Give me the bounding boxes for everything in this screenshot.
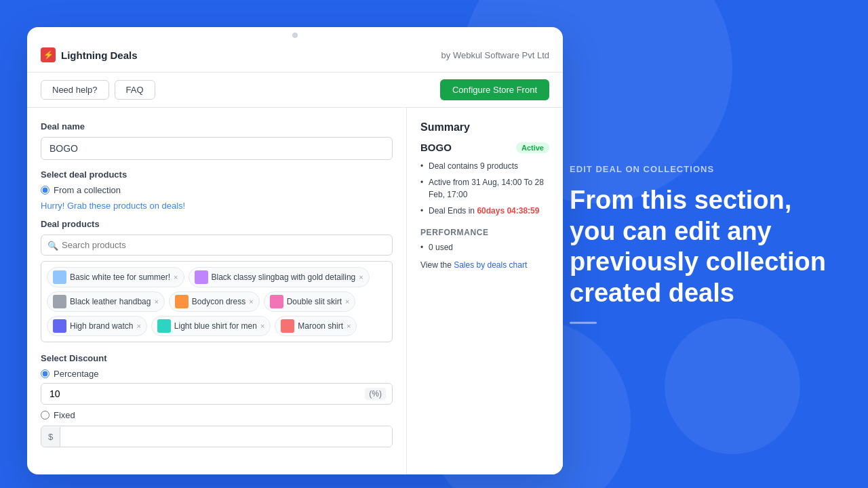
performance-list: 0 used <box>420 243 549 252</box>
performance-title: PERFORMANCE <box>420 228 549 237</box>
main-card: ⚡ Lightning Deals by Webkul Software Pvt… <box>27 27 563 474</box>
percentage-radio[interactable] <box>41 369 50 378</box>
nav-left: Need help? FAQ <box>41 80 155 100</box>
nav-bar: Need help? FAQ Configure Store Front <box>27 73 563 108</box>
product-tag: Basic white tee for summer!× <box>47 267 184 287</box>
deal-name-section: Deal name <box>41 121 393 160</box>
radio-collection-label[interactable]: From a collection <box>41 185 393 195</box>
dollar-input[interactable] <box>60 426 392 447</box>
hero-heading: From this section, you can edit any prev… <box>570 185 827 308</box>
percentage-radio-label[interactable]: Percentage <box>41 369 393 379</box>
view-chart-text: View the Sales by deals chart <box>420 260 549 270</box>
bg-circle-3 <box>665 319 800 454</box>
hero-section: EDIT DEAL ON COLLECTIONS From this secti… <box>570 164 827 324</box>
product-tag: Maroon shirt× <box>275 316 357 336</box>
select-products-label: Select deal products <box>41 169 393 180</box>
product-tag-remove[interactable]: × <box>154 298 158 306</box>
product-tag-name: High brand watch <box>70 321 133 331</box>
product-thumb <box>53 319 66 333</box>
summary-bullet-1: Deal contains 9 products <box>420 160 549 172</box>
percentage-suffix: (%) <box>365 388 386 400</box>
fixed-label-text: Fixed <box>54 410 75 420</box>
product-thumb <box>175 295 189 308</box>
configure-store-button[interactable]: Configure Store Front <box>440 79 549 100</box>
product-tag-remove[interactable]: × <box>359 274 363 281</box>
app-title: Lightning Deals <box>61 49 138 61</box>
dollar-prefix: $ <box>41 427 60 447</box>
product-tag: Black classy slingbag with gold detailin… <box>189 267 370 287</box>
search-input[interactable] <box>41 235 393 256</box>
left-panel: Deal name Select deal products From a co… <box>27 108 407 474</box>
product-thumb <box>270 295 283 308</box>
summary-list: Deal contains 9 products Active from 31 … <box>420 160 549 217</box>
percentage-group: Percentage <box>41 369 393 379</box>
product-tag-name: Bodycon dress <box>192 297 245 306</box>
perf-used: 0 used <box>420 243 549 252</box>
chart-link[interactable]: Sales by deals chart <box>454 260 527 270</box>
deal-name-label: Deal name <box>41 121 393 131</box>
product-tag: Bodycon dress× <box>169 291 260 312</box>
summary-deal-name: BOGO <box>420 142 452 153</box>
product-thumb <box>53 270 66 284</box>
window-controls <box>27 27 563 38</box>
product-tag-remove[interactable]: × <box>347 323 351 330</box>
product-tag-remove[interactable]: × <box>260 323 264 330</box>
discount-section: Select Discount Percentage (%) <box>41 353 393 447</box>
percentage-input-wrap: (%) <box>41 383 393 405</box>
deal-products-label: Deal products <box>41 219 393 229</box>
summary-deal-row: BOGO Active <box>420 142 549 153</box>
faq-button[interactable]: FAQ <box>115 80 155 100</box>
product-tag: High brand watch× <box>47 316 147 336</box>
product-thumb <box>195 270 208 284</box>
search-box: 🔍 <box>41 235 393 256</box>
countdown: 60days 04:38:59 <box>477 206 539 216</box>
summary-title: Summary <box>420 121 549 134</box>
product-thumb <box>157 319 171 333</box>
product-tags-container: Basic white tee for summer!×Black classy… <box>41 261 393 342</box>
app-brand: ⚡ Lightning Deals <box>41 47 138 62</box>
product-thumb <box>53 295 66 308</box>
window-dot <box>292 33 298 38</box>
fixed-radio[interactable] <box>41 411 50 420</box>
fixed-radio-label[interactable]: Fixed <box>41 410 393 420</box>
app-icon: ⚡ <box>41 47 56 62</box>
radio-collection-text: From a collection <box>54 185 121 195</box>
deal-name-input[interactable] <box>41 137 393 160</box>
product-tag-name: Basic white tee for summer! <box>70 272 170 282</box>
product-tag-name: Black classy slingbag with gold detailin… <box>212 272 356 282</box>
deal-ends-prefix: Deal Ends in <box>429 206 477 216</box>
product-tag-remove[interactable]: × <box>136 323 140 330</box>
dollar-input-wrap: $ <box>41 426 393 447</box>
product-tag-name: Light blue shirt for men <box>174 321 257 331</box>
search-icon: 🔍 <box>47 240 58 250</box>
product-tag-name: Maroon shirt <box>298 321 343 331</box>
discount-label: Select Discount <box>41 353 393 363</box>
radio-collection-group: From a collection <box>41 185 393 195</box>
top-bar: ⚡ Lightning Deals by Webkul Software Pvt… <box>27 38 563 73</box>
promo-link[interactable]: Hurry! Grab these products on deals! <box>41 201 393 211</box>
right-panel: Summary BOGO Active Deal contains 9 prod… <box>407 108 563 474</box>
content-area: Deal name Select deal products From a co… <box>27 108 563 474</box>
product-tag-remove[interactable]: × <box>174 274 178 281</box>
active-badge: Active <box>516 142 549 153</box>
fixed-group: Fixed <box>41 410 393 420</box>
hero-divider <box>570 322 597 324</box>
hero-eyebrow: EDIT DEAL ON COLLECTIONS <box>570 164 827 174</box>
percentage-label-text: Percentage <box>54 369 99 379</box>
view-chart-prefix: View the <box>420 260 454 270</box>
select-products-section: Select deal products From a collection H… <box>41 169 393 211</box>
product-tag-remove[interactable]: × <box>249 298 253 306</box>
product-tag: Light blue shirt for men× <box>151 316 271 336</box>
deal-products-section: Deal products 🔍 Basic white tee for summ… <box>41 219 393 342</box>
need-help-button[interactable]: Need help? <box>41 80 109 100</box>
product-tag: Double slit skirt× <box>264 291 356 312</box>
radio-collection-input[interactable] <box>41 186 50 195</box>
product-tag-name: Black leather handbag <box>70 297 151 306</box>
product-tag: Black leather handbag× <box>47 291 165 312</box>
summary-bullet-2: Active from 31 Aug, 14:00 To 28 Feb, 17:… <box>420 176 549 201</box>
summary-bullet-3: Deal Ends in 60days 04:38:59 <box>420 205 549 217</box>
product-thumb <box>281 319 294 333</box>
percentage-input[interactable] <box>41 383 393 405</box>
by-text: by Webkul Software Pvt Ltd <box>441 50 549 60</box>
product-tag-remove[interactable]: × <box>345 298 349 306</box>
